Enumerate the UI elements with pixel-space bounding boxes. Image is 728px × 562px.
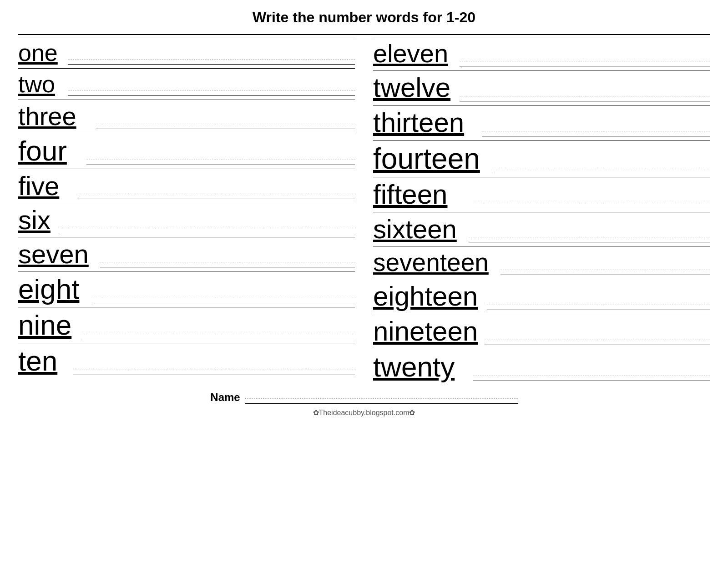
lines-four — [86, 160, 355, 165]
lines-fourteen — [494, 168, 710, 173]
solid-line-eleven — [460, 66, 710, 66]
solid-line-two — [68, 95, 355, 96]
lines-ten — [73, 370, 355, 375]
lines-twenty — [473, 376, 710, 381]
row-nine: nine — [18, 307, 355, 343]
dashed-line-nineteen — [485, 340, 710, 340]
row-seventeen: seventeen — [373, 246, 710, 279]
word-label-three: three — [18, 104, 91, 129]
row-nineteen: nineteen — [373, 314, 710, 349]
dashed-line-seventeen — [500, 270, 710, 270]
dashed-line-twelve — [460, 96, 710, 96]
lines-thirteen — [482, 131, 710, 136]
name-line-area — [245, 398, 518, 404]
word-label-twelve: twelve — [373, 74, 455, 101]
solid-line-three — [96, 129, 355, 129]
solid-line-five — [77, 199, 355, 199]
dashed-line-eight — [93, 298, 355, 298]
page-title: Write the number words for 1-20 — [253, 9, 475, 26]
solid-line-seven — [100, 267, 355, 267]
word-label-two: two — [18, 72, 64, 96]
left-column: onetwothreefourfivesixseveneightnineten — [18, 37, 355, 385]
solid-line-seventeen — [500, 275, 710, 275]
dashed-line-two — [68, 90, 355, 91]
word-label-eighteen: eighteen — [373, 283, 482, 310]
solid-line-six — [59, 233, 355, 233]
row-fourteen: fourteen — [373, 140, 710, 177]
dashed-line-thirteen — [482, 131, 710, 131]
dashed-line-fifteen — [473, 203, 710, 203]
lines-twelve — [460, 96, 710, 101]
dashed-line-five — [77, 194, 355, 194]
dashed-line-nine — [82, 334, 355, 334]
dashed-line-six — [59, 228, 355, 228]
right-column: eleventwelvethirteenfourteenfifteensixte… — [373, 37, 710, 385]
name-dashed-line — [245, 398, 518, 399]
lines-eighteen — [487, 305, 710, 310]
word-label-sixteen: sixteen — [373, 216, 464, 242]
lines-seven — [100, 262, 355, 267]
dashed-line-ten — [73, 370, 355, 370]
lines-nineteen — [485, 340, 710, 345]
dashed-line-twenty — [473, 376, 710, 376]
row-ten: ten — [18, 343, 355, 379]
lines-eight — [93, 298, 355, 303]
word-label-eight: eight — [18, 275, 89, 303]
dashed-line-three — [96, 124, 355, 124]
row-sixteen: sixteen — [373, 212, 710, 246]
lines-fifteen — [473, 203, 710, 208]
lines-seventeen — [500, 270, 710, 275]
solid-line-twenty — [473, 381, 710, 381]
solid-line-thirteen — [482, 136, 710, 136]
dashed-line-seven — [100, 262, 355, 262]
word-label-six: six — [18, 207, 55, 233]
lines-two — [68, 90, 355, 96]
row-three: three — [18, 100, 355, 133]
row-two: two — [18, 68, 355, 100]
worksheet-grid: onetwothreefourfivesixseveneightnineten … — [18, 37, 710, 385]
name-solid-line — [245, 403, 518, 404]
lines-three — [96, 124, 355, 129]
solid-line-fourteen — [494, 173, 710, 173]
word-label-ten: ten — [18, 347, 68, 375]
row-thirteen: thirteen — [373, 105, 710, 140]
footer-text: ✿Theideacubby.blogspot.com✿ — [313, 408, 415, 417]
solid-line-nineteen — [485, 345, 710, 345]
dashed-line-one — [68, 59, 355, 60]
word-label-fifteen: fifteen — [373, 181, 469, 208]
word-label-twenty: twenty — [373, 353, 469, 381]
word-label-eleven: eleven — [373, 41, 455, 66]
row-twelve: twelve — [373, 70, 710, 105]
word-label-one: one — [18, 41, 64, 65]
dashed-line-fourteen — [494, 168, 710, 168]
row-four: four — [18, 133, 355, 169]
solid-line-nine — [82, 339, 355, 339]
word-label-seven: seven — [18, 241, 96, 267]
solid-line-ten — [73, 375, 355, 375]
row-twenty: twenty — [373, 349, 710, 385]
row-eighteen: eighteen — [373, 279, 710, 314]
row-fifteen: fifteen — [373, 177, 710, 212]
row-one: one — [18, 37, 355, 68]
dashed-line-four — [86, 160, 355, 160]
solid-line-eight — [93, 303, 355, 303]
lines-nine — [82, 334, 355, 339]
lines-sixteen — [469, 237, 710, 242]
word-label-four: four — [18, 137, 82, 165]
word-label-fourteen: fourteen — [373, 144, 489, 173]
solid-line-fifteen — [473, 208, 710, 208]
name-label: Name — [210, 391, 240, 404]
top-divider — [18, 34, 710, 35]
dashed-line-sixteen — [469, 237, 710, 237]
name-row: Name — [18, 391, 710, 404]
word-label-nine: nine — [18, 311, 77, 339]
dashed-line-eighteen — [487, 305, 710, 305]
word-label-nineteen: nineteen — [373, 318, 480, 345]
row-six: six — [18, 203, 355, 237]
lines-one — [68, 59, 355, 65]
solid-line-four — [86, 165, 355, 165]
row-five: five — [18, 169, 355, 203]
word-label-seventeen: seventeen — [373, 250, 496, 275]
solid-line-sixteen — [469, 242, 710, 242]
solid-line-twelve — [460, 101, 710, 101]
